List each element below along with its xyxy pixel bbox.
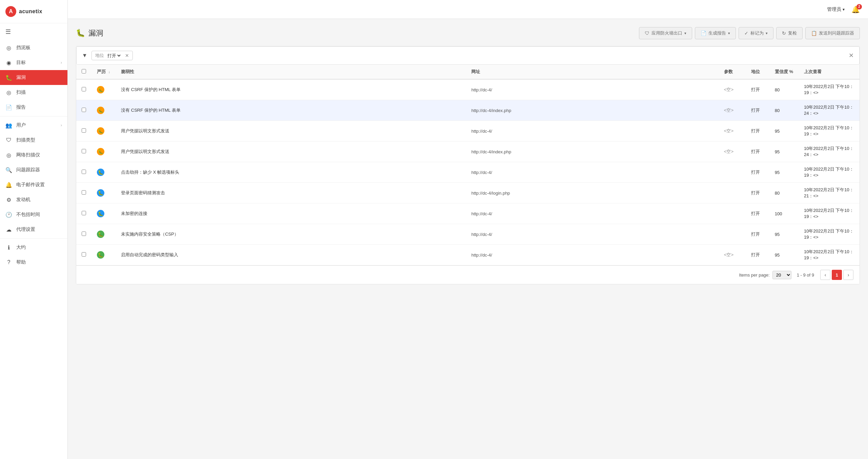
row-checkbox[interactable] [82, 211, 86, 215]
row-checkbox[interactable] [82, 149, 86, 153]
row-vulnerability-cell[interactable]: 用户凭据以明文形式发送 [116, 121, 466, 141]
row-checkbox[interactable] [82, 108, 86, 112]
sidebar-item-label: 问题跟踪器 [16, 167, 62, 173]
row-checkbox[interactable] [82, 170, 86, 174]
table-row: 🐛 用户凭据以明文形式发送 http://dc-4/ <空> 打开 95 10年… [76, 121, 860, 141]
sidebar-item-excluded-times[interactable]: 🕐 不包括时间 [0, 207, 67, 222]
sidebar-item-vulnerabilities[interactable]: 🐛 漏洞 [0, 70, 67, 85]
row-vulnerability-cell[interactable]: 登录页面密码猜测攻击 [116, 183, 466, 203]
col-severity-header: 严历 ↓ [91, 65, 116, 79]
proxy-icon: ☁ [5, 226, 12, 233]
sidebar-item-scan-types[interactable]: 🛡 扫描类型 [0, 133, 67, 148]
row-last-seen-cell: 10年2022月2日 下午10：24：<> [799, 100, 860, 121]
items-per-page-select[interactable]: 10 20 50 100 [772, 271, 791, 279]
filter-value-select[interactable]: 打开 关闭 误报 [106, 53, 122, 59]
send-to-tracker-button[interactable]: 📋 发送到问题跟踪器 [805, 27, 860, 39]
send-to-tracker-label: 发送到问题跟踪器 [819, 30, 854, 36]
row-last-seen-cell: 10年2022月2日 下午10：19：<> [799, 245, 860, 265]
row-status-cell: 打开 [746, 162, 769, 183]
col-param-header: 参数 [719, 65, 746, 79]
row-param-cell: <空> [719, 245, 746, 265]
row-vulnerability-cell[interactable]: 未加密的连接 [116, 203, 466, 224]
sidebar-item-label: 漏洞 [16, 74, 62, 81]
sidebar-item-email-settings[interactable]: 🔔 电子邮件设置 [0, 177, 67, 192]
severity-badge: 🐛 [97, 148, 104, 155]
about-icon: ℹ [5, 244, 12, 251]
sidebar-item-network-scanner[interactable]: ◎ 网络扫描仪 [0, 148, 67, 162]
sidebar-item-help[interactable]: ? 帮助 [0, 255, 67, 270]
logo-letter: A [9, 8, 13, 15]
sidebar-item-engine[interactable]: ⚙ 发动机 [0, 192, 67, 207]
recheck-icon: ↻ [782, 30, 786, 36]
sidebar-item-dashboard[interactable]: ◎ 挡泥板 [0, 40, 67, 55]
row-check-cell [76, 141, 91, 162]
select-all-checkbox[interactable] [82, 69, 86, 73]
row-status-cell: 打开 [746, 224, 769, 245]
sidebar-item-label: 网络扫描仪 [16, 152, 62, 158]
sort-icon[interactable]: ↓ [108, 70, 110, 74]
row-check-cell [76, 100, 91, 121]
items-per-page-label: Items per page: [739, 272, 769, 278]
checkmark-icon: ✓ [744, 30, 748, 36]
row-url-cell: http://dc-4/ [466, 79, 719, 100]
last-seen-header-label: 上次查看 [804, 69, 822, 74]
firewall-icon: 🛡 [645, 30, 649, 36]
severity-badge: 🐛 [97, 107, 104, 114]
menu-toggle[interactable]: ☰ [0, 23, 67, 40]
row-param-cell [719, 224, 746, 245]
row-status-cell: 打开 [746, 203, 769, 224]
row-vulnerability-cell[interactable]: 未实施内容安全策略（CSP） [116, 224, 466, 245]
page-title: 🐛 漏洞 [76, 28, 103, 38]
recheck-button[interactable]: ↻ 复检 [776, 27, 803, 39]
sidebar-item-scans[interactable]: ◎ 扫描 [0, 85, 67, 100]
chevron-down-icon: ▾ [766, 31, 768, 36]
severity-badge: 🐛 [97, 210, 104, 217]
sidebar-item-issue-tracker[interactable]: 🔍 问题跟踪器 [0, 162, 67, 177]
row-url-cell: http://dc-4/index.php [466, 141, 719, 162]
table-row: 🐛 登录页面密码猜测攻击 http://dc-4/login.php 打开 80… [76, 183, 860, 203]
row-param-cell: <空> [719, 121, 746, 141]
sidebar-item-label: 目标 [16, 60, 61, 66]
scans-icon: ◎ [5, 89, 12, 96]
user-menu[interactable]: 管理员 ▾ [827, 6, 845, 13]
row-vulnerability-cell[interactable]: 没有 CSRF 保护的 HTML 表单 [116, 79, 466, 100]
firewall-export-button[interactable]: 🛡 应用防火墙出口 ▾ [639, 27, 692, 39]
row-vulnerability-cell[interactable]: 没有 CSRF 保护的 HTML 表单 [116, 100, 466, 121]
sidebar-item-reports[interactable]: 📄 报告 [0, 100, 67, 115]
row-severity-cell: 🐛 [91, 100, 116, 121]
row-check-cell [76, 121, 91, 141]
filter-tag-close-button[interactable]: ✕ [125, 53, 129, 58]
row-checkbox[interactable] [82, 87, 86, 91]
row-checkbox[interactable] [82, 252, 86, 257]
user-chevron-icon: ▾ [843, 7, 845, 12]
row-severity-cell: 🐛 [91, 121, 116, 141]
notification-bell[interactable]: 🔔 2 [851, 5, 860, 14]
chevron-down-icon: ▾ [728, 31, 730, 36]
generate-report-label: 生成报告 [708, 30, 726, 36]
scan-types-icon: 🛡 [5, 137, 12, 144]
table-header-row: 严历 ↓ 脆弱性 网址 参数 地位 [76, 65, 860, 79]
row-vulnerability-cell[interactable]: 点击劫持：缺少 X 帧选项标头 [116, 162, 466, 183]
sidebar-item-proxy-settings[interactable]: ☁ 代理设置 [0, 222, 67, 237]
sidebar-item-users[interactable]: 👥 用户 › [0, 118, 67, 133]
row-vulnerability-cell[interactable]: 启用自动完成的密码类型输入 [116, 245, 466, 265]
mark-as-button[interactable]: ✓ 标记为 ▾ [739, 27, 773, 39]
logo: A acunetix [0, 0, 67, 23]
pagination-next-button[interactable]: › [843, 270, 853, 280]
pagination-prev-button[interactable]: ‹ [820, 270, 830, 280]
row-param-cell: <空> [719, 100, 746, 121]
generate-report-button[interactable]: 📄 生成报告 ▾ [695, 27, 736, 39]
row-checkbox[interactable] [82, 190, 86, 195]
url-header-label: 网址 [471, 69, 480, 74]
filter-close-all-button[interactable]: ✕ [849, 52, 854, 59]
row-check-cell [76, 183, 91, 203]
sidebar-item-about[interactable]: ℹ 大约 [0, 240, 67, 255]
row-param-cell [719, 162, 746, 183]
row-checkbox[interactable] [82, 232, 86, 236]
row-vulnerability-cell[interactable]: 用户凭据以明文形式发送 [116, 141, 466, 162]
col-url-header: 网址 [466, 65, 719, 79]
sidebar-item-label: 挡泥板 [16, 45, 62, 51]
row-checkbox[interactable] [82, 128, 86, 133]
sidebar-item-targets[interactable]: ◉ 目标 › [0, 55, 67, 70]
recheck-label: 复检 [788, 30, 797, 36]
